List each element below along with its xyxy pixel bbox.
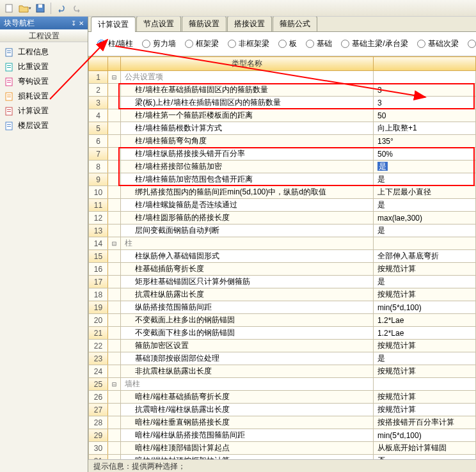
- row-val[interactable]: min(5*d,100): [374, 429, 476, 442]
- table-row[interactable]: 21不变截面下柱多出的钢筋锚固1.2*Lae: [89, 327, 476, 340]
- table-row[interactable]: 1⊟公共设置项: [89, 71, 476, 84]
- table-row[interactable]: 9柱/墙柱箍筋加密范围包含错开距离是: [89, 173, 476, 186]
- row-val[interactable]: 50: [374, 109, 476, 122]
- close-icon[interactable]: ✕: [79, 20, 84, 27]
- table-row[interactable]: 26暗柱/端柱基础插筋弯折长度按规范计算: [89, 391, 476, 404]
- table-row[interactable]: 10绑扎搭接范围内的箍筋间距min(5d,100)中，纵筋d的取值上下层最小直径: [89, 186, 476, 199]
- table-row[interactable]: 20不变截面上柱多出的钢筋锚固1.2*Lae: [89, 314, 476, 327]
- row-val[interactable]: 是: [374, 199, 476, 212]
- tab-3[interactable]: 搭接设置: [227, 17, 272, 31]
- row-tree[interactable]: ⊟: [108, 71, 121, 84]
- row-val[interactable]: 是: [374, 161, 476, 173]
- radio-input[interactable]: [306, 40, 314, 48]
- open-button[interactable]: ▾: [18, 1, 32, 15]
- radio-input[interactable]: [228, 40, 236, 48]
- tab-2[interactable]: 箍筋设置: [182, 17, 226, 31]
- radio-input[interactable]: [142, 40, 150, 48]
- table-row[interactable]: 24非抗震柱纵筋露出长度按规范计算: [89, 365, 476, 378]
- radio-0[interactable]: 柱/墙柱: [97, 38, 133, 49]
- table-row[interactable]: 8柱/墙柱搭接部位箍筋加密是: [89, 161, 476, 173]
- row-tree[interactable]: ⊟: [108, 237, 121, 250]
- table-row[interactable]: 4柱/墙柱第一个箍筋距楼板面的距离50: [89, 109, 476, 122]
- save-button[interactable]: [33, 1, 47, 15]
- radio-8[interactable]: 砌: [468, 38, 476, 49]
- pin-icon[interactable]: ↧: [71, 20, 76, 27]
- radio-2[interactable]: 框架梁: [185, 38, 219, 49]
- table-row[interactable]: 19纵筋搭接范围箍筋间距min(5*d,100): [89, 301, 476, 314]
- row-val[interactable]: 全部伸入基底弯折: [374, 250, 476, 263]
- row-val[interactable]: [374, 71, 476, 84]
- table-row[interactable]: 23基础顶部按嵌固部位处理是: [89, 352, 476, 365]
- row-val[interactable]: 按规范计算: [374, 263, 476, 276]
- radio-1[interactable]: 剪力墙: [142, 38, 176, 49]
- table-row[interactable]: 31暗柱/端柱封顶按框架柱计算否: [89, 455, 476, 460]
- row-val[interactable]: 135°: [374, 135, 476, 148]
- table-row[interactable]: 3梁(板)上柱/墙柱在插筋锚固区内的箍筋数量3: [89, 97, 476, 109]
- sidebar-item-2[interactable]: 弯钩设置: [3, 74, 85, 89]
- radio-6[interactable]: 基础主梁/承台梁: [341, 38, 408, 49]
- row-tree[interactable]: ⊟: [108, 378, 121, 391]
- radio-5[interactable]: 基础: [306, 38, 332, 49]
- radio-input[interactable]: [185, 40, 193, 48]
- row-val[interactable]: 按搭接错开百分率计算: [374, 416, 476, 429]
- new-button[interactable]: [3, 1, 17, 15]
- table-row[interactable]: 12柱/墙柱圆形箍筋的搭接长度max(lae,300): [89, 212, 476, 224]
- row-val[interactable]: [374, 237, 476, 250]
- table-row[interactable]: 17矩形柱基础锚固区只计算外侧箍筋是: [89, 276, 476, 288]
- tab-1[interactable]: 节点设置: [136, 17, 181, 31]
- table-row[interactable]: 6柱/墙柱箍筋弯勾角度135°: [89, 135, 476, 148]
- sidebar-item-4[interactable]: 计算设置: [3, 104, 85, 118]
- row-val[interactable]: 按规范计算: [374, 365, 476, 378]
- radio-input[interactable]: [468, 40, 476, 48]
- row-val[interactable]: 从板底开始计算锚固: [374, 442, 476, 455]
- row-val[interactable]: 是: [374, 276, 476, 288]
- table-row[interactable]: 22箍筋加密区设置按规范计算: [89, 340, 476, 352]
- row-val[interactable]: 是: [374, 224, 476, 237]
- table-row[interactable]: 25⊟墙柱: [89, 378, 476, 391]
- table-row[interactable]: 2柱/墙柱在基础插筋锚固区内的箍筋数量3: [89, 84, 476, 97]
- table-row[interactable]: 15柱纵筋伸入基础锚固形式全部伸入基底弯折: [89, 250, 476, 263]
- table-row[interactable]: 29暗柱/端柱纵筋搭接范围箍筋间距min(5*d,100): [89, 429, 476, 442]
- radio-7[interactable]: 基础次梁: [417, 38, 459, 49]
- undo-button[interactable]: [54, 1, 68, 15]
- row-val[interactable]: 50%: [374, 148, 476, 161]
- sidebar-item-3[interactable]: 损耗设置: [3, 89, 85, 104]
- sidebar-item-1[interactable]: 比重设置: [3, 59, 85, 74]
- radio-input[interactable]: [97, 40, 106, 48]
- row-val[interactable]: 是: [374, 352, 476, 365]
- table-row[interactable]: 7柱/墙柱纵筋搭接接头错开百分率50%: [89, 148, 476, 161]
- table-row[interactable]: 28暗柱/端柱垂直钢筋搭接长度按搭接错开百分率计算: [89, 416, 476, 429]
- row-val[interactable]: 按规范计算: [374, 391, 476, 404]
- table-row[interactable]: 14⊟柱: [89, 237, 476, 250]
- row-val[interactable]: 是: [374, 173, 476, 186]
- row-val[interactable]: 3: [374, 84, 476, 97]
- sidebar-item-5[interactable]: 楼层设置: [3, 118, 85, 133]
- sidebar-item-0[interactable]: 工程信息: [3, 45, 85, 59]
- table-row[interactable]: 13层间变截面钢筋自动判断是: [89, 224, 476, 237]
- row-val[interactable]: 向上取整+1: [374, 122, 476, 135]
- table-row[interactable]: 5柱/墙柱箍筋根数计算方式向上取整+1: [89, 122, 476, 135]
- row-val[interactable]: 按规范计算: [374, 340, 476, 352]
- row-val[interactable]: 按规范计算: [374, 288, 476, 301]
- table-row[interactable]: 30暗柱/端柱顶部锚固计算起点从板底开始计算锚固: [89, 442, 476, 455]
- table-row[interactable]: 16柱基础插筋弯折长度按规范计算: [89, 263, 476, 276]
- tab-4[interactable]: 箍筋公式: [273, 17, 317, 31]
- table-row[interactable]: 18抗震柱纵筋露出长度按规范计算: [89, 288, 476, 301]
- row-val[interactable]: [374, 378, 476, 391]
- table-row[interactable]: 27抗震暗柱/端柱纵筋露出长度按规范计算: [89, 404, 476, 416]
- table-row[interactable]: 11柱/墙柱螺旋箍筋是否连续通过是: [89, 199, 476, 212]
- row-val[interactable]: 按规范计算: [374, 404, 476, 416]
- tab-0[interactable]: 计算设置: [91, 17, 136, 32]
- row-val[interactable]: max(lae,300): [374, 212, 476, 224]
- row-val[interactable]: 1.2*Lae: [374, 314, 476, 327]
- row-val[interactable]: 3: [374, 97, 476, 109]
- radio-4[interactable]: 板: [278, 38, 297, 49]
- row-val[interactable]: 否: [374, 455, 476, 460]
- row-val[interactable]: min(5*d,100): [374, 301, 476, 314]
- radio-3[interactable]: 非框架梁: [228, 38, 269, 49]
- row-val[interactable]: 上下层最小直径: [374, 186, 476, 199]
- radio-input[interactable]: [417, 40, 425, 48]
- radio-input[interactable]: [278, 40, 287, 48]
- radio-input[interactable]: [341, 40, 349, 48]
- row-val[interactable]: 1.2*Lae: [374, 327, 476, 340]
